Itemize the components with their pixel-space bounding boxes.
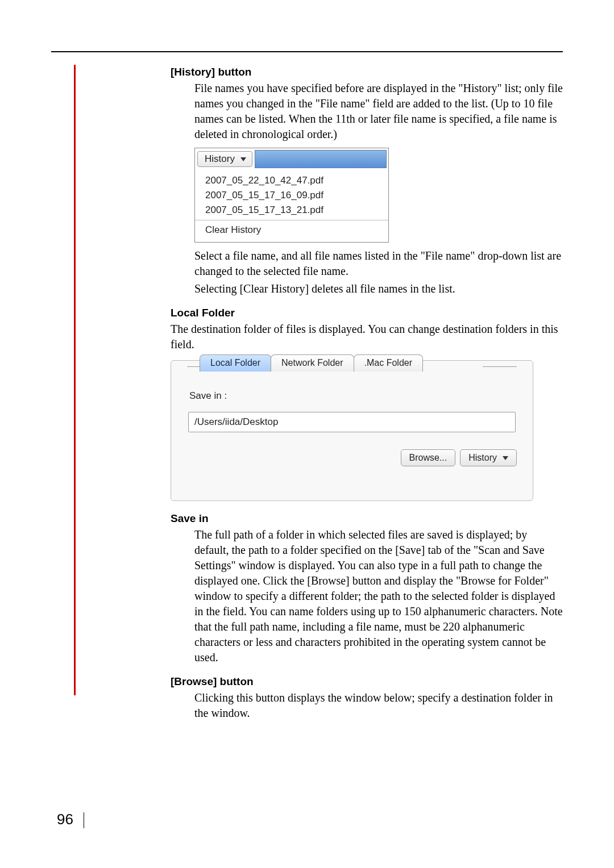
browse-button-label: Browse...	[409, 453, 447, 463]
tab-mac-folder[interactable]: .Mac Folder	[354, 354, 423, 372]
figure-history-menu: History 2007_05_22_10_42_47.pdf 2007_05_…	[194, 148, 389, 243]
history-dropdown-label: History	[205, 153, 235, 165]
history-button[interactable]: History	[460, 449, 517, 466]
para-local-folder: The destination folder of files is displ…	[171, 322, 563, 352]
history-menu-clear[interactable]: Clear History	[195, 223, 388, 237]
top-rule	[51, 51, 563, 52]
save-in-path-field[interactable]: /Users/iida/Desktop	[188, 412, 516, 432]
para-browse-button: Clicking this button displays the window…	[194, 690, 563, 721]
history-menu-item[interactable]: 2007_05_15_17_13_21.pdf	[195, 203, 388, 218]
menu-separator	[195, 220, 388, 220]
left-red-bar	[74, 65, 76, 695]
save-in-label: Save in :	[189, 390, 515, 402]
page-number: 96	[57, 811, 84, 828]
heading-save-in: Save in	[171, 512, 563, 525]
tab-network-folder[interactable]: Network Folder	[271, 354, 354, 372]
tab-local-folder[interactable]: Local Folder	[200, 354, 271, 372]
history-button-label: History	[468, 453, 497, 463]
para-history-2: Select a file name, and all file names l…	[194, 248, 563, 279]
para-history-3: Selecting [Clear History] deletes all fi…	[194, 281, 563, 297]
chevron-down-icon	[503, 456, 508, 460]
history-menu-item[interactable]: 2007_05_22_10_42_47.pdf	[195, 173, 388, 188]
history-menu-item[interactable]: 2007_05_15_17_16_09.pdf	[195, 188, 388, 203]
history-dropdown-button[interactable]: History	[197, 151, 252, 167]
figure-folder-panel: Local Folder Network Folder .Mac Folder …	[171, 360, 533, 501]
history-menu-titlebar	[255, 150, 387, 168]
browse-button[interactable]: Browse...	[401, 449, 456, 466]
heading-local-folder: Local Folder	[171, 307, 563, 319]
heading-browse-button: [Browse] button	[171, 675, 563, 688]
history-menu-list: 2007_05_22_10_42_47.pdf 2007_05_15_17_16…	[195, 170, 388, 242]
folder-tabs: Local Folder Network Folder .Mac Folder	[200, 354, 517, 371]
para-save-in: The full path of a folder in which selec…	[194, 527, 563, 665]
heading-history-button: [History] button	[171, 66, 563, 78]
chevron-down-icon	[240, 157, 246, 161]
para-history-1: File names you have specified before are…	[194, 81, 563, 142]
